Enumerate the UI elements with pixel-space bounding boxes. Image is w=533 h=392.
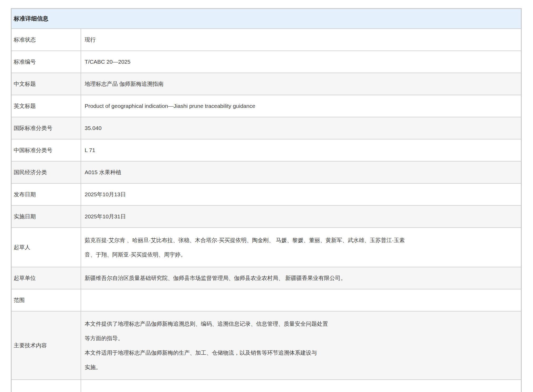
table-header-row: 标准详细信息 (11, 9, 521, 29)
row-value: 2025年10月13日 (81, 183, 521, 205)
row-label: 标准状态 (11, 29, 81, 51)
row-value: 现行 (81, 29, 521, 51)
row-value: 地理标志产品 伽师新梅追溯指南 (81, 73, 521, 95)
row-value: 茹克百提·艾尔肯 、哈丽旦·艾比布拉、张稳、木合塔尔·买买提依明、陶金刚、 马媛… (81, 228, 521, 267)
row-label: 范围 (11, 289, 81, 311)
table-row: 标准编号 T/CABC 20—2025 (11, 51, 521, 73)
standard-detail-table-body: 标准详细信息 标准状态 现行 标准编号 T/CABC 20—2025 中文标题 … (11, 9, 521, 392)
row-label: 起草单位 (11, 267, 81, 289)
row-value: 2025年10月31日 (81, 205, 521, 228)
table-row: 实施日期 2025年10月31日 (11, 205, 521, 228)
row-value (81, 380, 521, 392)
row-value: 新疆维吾尔自治区质量基础研究院、伽师县市场监督管理局、伽师县农业农村局、 新疆疆… (81, 267, 521, 289)
row-value-line: 等方面的指导。 (85, 331, 516, 345)
table-row: 主要技术内容 本文件提供了地理标志产品伽师新梅追溯总则、编码、追溯信息记录、信息… (11, 311, 521, 380)
table-row: 英文标题 Product of geographical indication—… (11, 95, 521, 117)
row-label: 国民经济分类 (11, 161, 81, 183)
row-label: 英文标题 (11, 95, 81, 117)
panel-title: 标准详细信息 (11, 9, 521, 29)
standard-detail-table: 标准详细信息 标准状态 现行 标准编号 T/CABC 20—2025 中文标题 … (11, 8, 522, 392)
row-value: T/CABC 20—2025 (81, 51, 521, 73)
table-row: 中国标准分类号 L 71 (11, 139, 521, 161)
row-value-line: 音、于翔、阿斯亚·买买提依明、周宇婷。 (85, 247, 516, 262)
table-row: 范围 (11, 289, 521, 311)
row-value: 本文件提供了地理标志产品伽师新梅追溯总则、编码、追溯信息记录、信息管理、质量安全… (81, 311, 521, 380)
table-row: 起草人 茹克百提·艾尔肯 、哈丽旦·艾比布拉、张稳、木合塔尔·买买提依明、陶金刚… (11, 228, 521, 267)
table-row: 起草单位 新疆维吾尔自治区质量基础研究院、伽师县市场监督管理局、伽师县农业农村局… (11, 267, 521, 289)
row-label: 中国标准分类号 (11, 139, 81, 161)
row-value-line: 本文件适用于地理标志产品伽师新梅的生产、加工、仓储物流，以及销售等环节追溯体系建… (85, 345, 516, 360)
table-row: 发布日期 2025年10月13日 (11, 183, 521, 205)
standard-detail-page: 标准详细信息 标准状态 现行 标准编号 T/CABC 20—2025 中文标题 … (0, 0, 533, 392)
row-label: 中文标题 (11, 73, 81, 95)
row-value: A015 水果种植 (81, 161, 521, 183)
row-label (11, 380, 81, 392)
row-value: L 71 (81, 139, 521, 161)
row-label: 起草人 (11, 228, 81, 267)
row-value-line: 茹克百提·艾尔肯 、哈丽旦·艾比布拉、张稳、木合塔尔·买买提依明、陶金刚、 马媛… (85, 233, 516, 247)
row-value: Product of geographical indication—Jiash… (81, 95, 521, 117)
row-value: 35.040 (81, 117, 521, 139)
table-row: 国际标准分类号 35.040 (11, 117, 521, 139)
table-row: 国民经济分类 A015 水果种植 (11, 161, 521, 183)
table-row: 标准状态 现行 (11, 29, 521, 51)
row-label: 主要技术内容 (11, 311, 81, 380)
row-label: 发布日期 (11, 183, 81, 205)
table-row: 中文标题 地理标志产品 伽师新梅追溯指南 (11, 73, 521, 95)
table-row (11, 380, 521, 392)
row-label: 国际标准分类号 (11, 117, 81, 139)
row-value-line: 本文件提供了地理标志产品伽师新梅追溯总则、编码、追溯信息记录、信息管理、质量安全… (85, 316, 516, 331)
row-label: 标准编号 (11, 51, 81, 73)
row-value (81, 289, 521, 311)
row-label: 实施日期 (11, 205, 81, 228)
row-value-line: 实施。 (85, 360, 516, 374)
